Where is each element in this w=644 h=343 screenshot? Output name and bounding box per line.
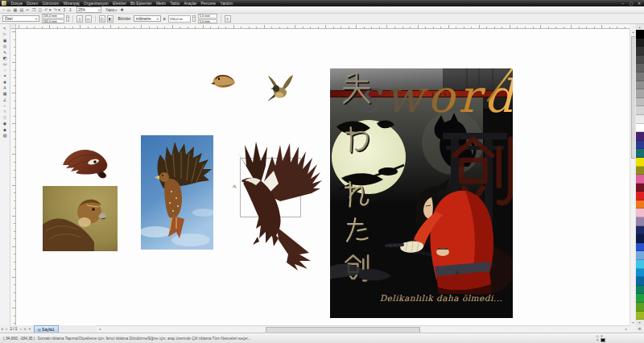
palette-swatch-40c4e8[interactable] [636, 260, 644, 269]
palette-swatch-787878[interactable] [636, 72, 644, 81]
palette-swatch-333333[interactable] [636, 47, 644, 56]
menu-organizasyon[interactable]: Organizasyon [81, 0, 110, 6]
duplicate-y-field[interactable]: 5,0 mm [198, 19, 217, 23]
palette-swatch-701525[interactable] [636, 184, 644, 192]
palette-swatch-8f8f8f[interactable] [636, 81, 644, 90]
smart-fill-tool[interactable]: ◩ [1, 56, 10, 61]
palette-swatch-e02020[interactable] [636, 192, 644, 200]
portrait-button[interactable]: ▯ [76, 15, 83, 23]
nudge-offset-field[interactable]: 150,0 m [168, 15, 191, 23]
tab-sayfa1[interactable]: ▤ Sayfa1 [34, 325, 59, 333]
zoom-level-select[interactable]: 25% ▾ [76, 6, 101, 13]
menu-dosya[interactable]: Dosya [9, 0, 24, 6]
add-page-button[interactable]: + [27, 327, 32, 331]
palette-scroll-up[interactable]: ▴ [635, 24, 644, 30]
snap-options-button[interactable]: ≡ [225, 15, 231, 23]
flying-hawk-photo[interactable] [141, 135, 213, 250]
pick-tool[interactable]: ↖ [1, 26, 10, 31]
menu-bit-e-lemler[interactable]: Bit Eşlemler [128, 0, 154, 6]
close-button[interactable]: ✕ [635, 0, 643, 6]
palette-swatch-20a040[interactable] [636, 294, 644, 303]
horizontal-scrollbar[interactable]: ◂ ▸ [97, 325, 630, 333]
menu-ara-lar[interactable]: Araçlar [182, 0, 199, 6]
minimize-button[interactable]: – [619, 0, 627, 6]
page-size-spinner[interactable]: ▴▾ [66, 15, 69, 22]
menu-mizanpaj[interactable]: Mizanpaj [61, 0, 81, 6]
palette-swatch-ffffff[interactable] [636, 124, 644, 133]
palette-swatch-2c3a96[interactable] [636, 141, 644, 150]
outline-pen-tool[interactable]: ◉ [1, 121, 10, 126]
shape-tool[interactable]: ▷ [1, 31, 10, 37]
rectangle-tool[interactable]: ▭ [1, 61, 10, 67]
palette-swatch-a6a6a6[interactable] [636, 89, 644, 98]
blend-tool[interactable]: ≈ [1, 109, 10, 114]
palette-swatch-108060[interactable] [636, 286, 644, 295]
palette-swatch-000000[interactable] [636, 30, 644, 39]
toolbar-button-copy[interactable]: ❐ [31, 6, 37, 13]
toolbar-button-print[interactable]: ▤ [19, 6, 25, 13]
palette-swatch-1090d0[interactable] [636, 269, 644, 278]
palette-swatch-4a4a4a[interactable] [636, 56, 644, 64]
menu-yard-m[interactable]: Yardım [218, 0, 235, 6]
crop-tool[interactable]: ▣ [1, 38, 10, 43]
snap-to-dropdown[interactable]: Yapış ▾ [105, 8, 117, 12]
drawing-canvas[interactable]: LOST sword [16, 29, 630, 325]
eagle-head-vector[interactable] [60, 146, 109, 180]
palette-swatch-9284a8[interactable] [636, 217, 644, 226]
palette-swatch-e060a0[interactable] [636, 175, 644, 184]
lost-sword-poster[interactable]: LOST sword [330, 68, 513, 318]
nudge-spinner[interactable]: ▴▾ [192, 15, 196, 22]
connector-tool[interactable]: ⌐ [1, 103, 10, 109]
all-pages-button[interactable]: ◫ [99, 15, 105, 23]
table-tool[interactable]: ▦ [1, 91, 10, 97]
palette-swatch-f0e000[interactable] [636, 158, 644, 167]
palette-swatch-60a020[interactable] [636, 303, 644, 312]
menu-d-zen[interactable]: Düzen [24, 0, 40, 6]
interactive-fill-tool[interactable]: ▨ [1, 133, 10, 138]
toolbar-button-import[interactable]: ↧ [61, 6, 67, 13]
toolbar-button-redo[interactable]: ↷ ▾ [52, 6, 61, 13]
sparrow-head-vector[interactable] [211, 72, 237, 90]
fill-tool[interactable]: ◆ [1, 127, 10, 133]
options-button[interactable]: ✱ [120, 7, 123, 12]
palette-swatch-0a66a0[interactable] [636, 277, 644, 286]
menu-metin[interactable]: Metin [154, 0, 167, 6]
palette-swatch-f07818[interactable] [636, 200, 644, 209]
palette-swatch-70a8dc[interactable] [636, 251, 644, 260]
menu-pencere[interactable]: Pencere [199, 0, 218, 6]
page-height-field[interactable]: 165,0 mm [42, 19, 64, 23]
vertical-ruler[interactable] [10, 29, 16, 325]
palette-swatch-46246e[interactable] [636, 132, 644, 141]
text-tool[interactable]: A [1, 85, 10, 91]
palette-swatch-1c1c1c[interactable] [636, 39, 644, 48]
ellipse-tool[interactable]: ○ [1, 68, 10, 73]
palette-swatch-0c1a48[interactable] [636, 234, 644, 243]
duplicate-x-field[interactable]: 5,0 mm [198, 14, 217, 18]
toolbar-button-undo[interactable]: ↶ ▾ [43, 6, 52, 13]
outline-indicator[interactable]: ✎ [596, 338, 605, 343]
sparrow-wings-vector[interactable] [266, 74, 295, 101]
eagle-silhouette-vector[interactable] [232, 138, 322, 271]
palette-scroll-down[interactable]: ▾ [635, 320, 644, 325]
palette-swatch-d4d4d4[interactable] [636, 106, 644, 115]
palette-swatch-8f8f1d[interactable] [636, 167, 644, 176]
menu-g-r-n-m[interactable]: Görünüm [40, 0, 61, 6]
restore-button[interactable]: ▢ [627, 0, 635, 6]
app-icon[interactable] [2, 1, 6, 6]
toolbar-button-save[interactable]: ▦ [12, 6, 19, 13]
palette-swatch-ebebeb[interactable] [636, 115, 644, 124]
palette-swatch-2850d0[interactable] [636, 243, 644, 252]
eyedropper-tool[interactable]: ▽ [1, 115, 10, 121]
palette-swatch-f2bcd0[interactable] [636, 209, 644, 217]
scroll-left-button[interactable]: ◂ [97, 326, 103, 333]
scroll-right-button[interactable]: ▸ [623, 326, 630, 333]
zoom-tool[interactable]: ◎ [1, 43, 10, 49]
palette-swatch-616161[interactable] [636, 64, 644, 72]
palette-swatch-a0b820[interactable] [636, 312, 644, 320]
dimension-tool[interactable]: ∠ [1, 97, 10, 103]
freehand-tool[interactable]: ✎ [1, 50, 10, 56]
toolbar-button-open[interactable]: ▭ [6, 6, 12, 13]
palette-swatch-1c2a66[interactable] [636, 226, 644, 235]
current-page-button[interactable]: ◧ [107, 15, 114, 23]
toolbar-button-export[interactable]: ↥ [68, 6, 73, 13]
